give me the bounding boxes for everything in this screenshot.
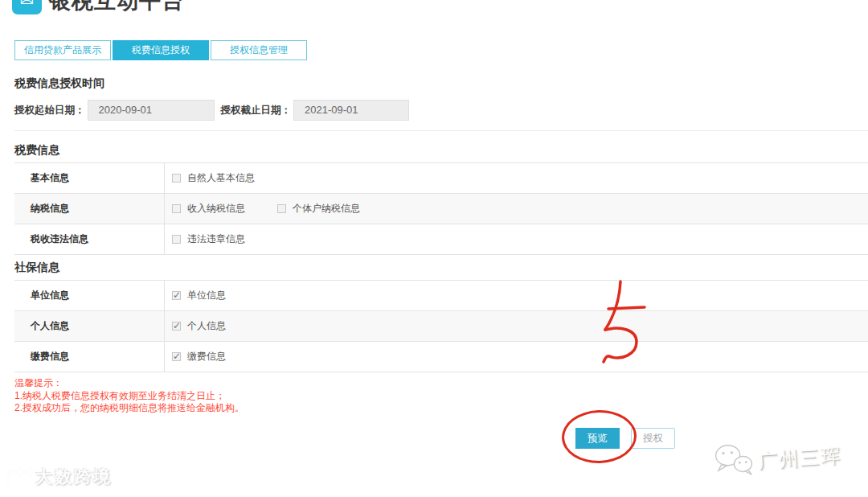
- table-row: 单位信息 单位信息: [14, 281, 868, 311]
- row-options: 收入纳税信息 个体户纳税信息: [165, 194, 392, 224]
- checkbox-option: 个体户纳税信息: [277, 202, 360, 216]
- tab-tax-info-authorization[interactable]: 税费信息授权: [113, 40, 209, 60]
- app-logo-icon: ✉: [12, 0, 42, 14]
- watermark-right-text: 广州三珲: [757, 442, 842, 474]
- section-title-auth-time: 税费信息授权时间: [14, 76, 104, 91]
- section-title-tax-info: 税费信息: [14, 143, 59, 158]
- watermark-right: 广州三珲: [711, 434, 843, 480]
- watermark-left: 大数跨境: [3, 465, 113, 489]
- watermark-left-text: 大数跨境: [35, 466, 113, 488]
- authorize-button[interactable]: 授权: [631, 428, 675, 449]
- row-options: 单位信息: [165, 281, 258, 310]
- checkbox-option: 违法违章信息: [172, 232, 245, 246]
- row-label: 个人信息: [14, 311, 165, 341]
- social-info-table: 单位信息 单位信息 个人信息 个人信息 缴费信息 缴费信息: [14, 280, 868, 372]
- checkbox-label: 单位信息: [187, 289, 226, 302]
- warm-tips: 温馨提示： 1.纳税人税费信息授权有效期至业务结清之日止； 2.授权成功后，您的…: [14, 377, 244, 415]
- row-options: 自然人基本信息: [165, 163, 287, 193]
- auth-date-row: 授权起始日期： 2020-09-01 授权截止日期： 2021-09-01: [14, 100, 409, 121]
- app-title: 银税互动平台: [49, 0, 184, 15]
- checkbox[interactable]: [172, 322, 181, 331]
- tips-line: 2.授权成功后，您的纳税明细信息将推送给金融机构。: [14, 402, 244, 415]
- checkbox[interactable]: [172, 291, 181, 300]
- checkbox[interactable]: [277, 204, 286, 213]
- checkbox-option: 个人信息: [172, 319, 226, 333]
- row-label: 纳税信息: [14, 194, 165, 224]
- row-label: 基本信息: [14, 163, 165, 193]
- checkbox[interactable]: [172, 235, 181, 244]
- table-row: 个人信息 个人信息: [14, 311, 868, 342]
- checkbox-label: 自然人基本信息: [187, 171, 255, 185]
- checkbox-option: 单位信息: [172, 289, 226, 302]
- end-date-label: 授权截止日期：: [221, 104, 292, 117]
- checkbox[interactable]: [172, 352, 181, 361]
- tab-credit-loan-products[interactable]: 信用贷款产品展示: [14, 40, 111, 60]
- checkbox-label: 违法违章信息: [187, 232, 245, 246]
- checkbox[interactable]: [172, 174, 181, 183]
- end-date-input[interactable]: 2021-09-01: [293, 100, 409, 121]
- checkbox[interactable]: [172, 204, 181, 213]
- row-label: 缴费信息: [14, 342, 165, 372]
- handwritten-5-annotation: [593, 277, 651, 368]
- tax-info-table: 基本信息 自然人基本信息 纳税信息 收入纳税信息 个体户纳税信息 税收违法信息: [14, 162, 868, 255]
- section-title-social-info: 社保信息: [14, 261, 59, 275]
- checkbox-option: 缴费信息: [172, 350, 226, 364]
- tab-authorization-management[interactable]: 授权信息管理: [211, 40, 307, 60]
- row-options: 个人信息: [165, 311, 258, 341]
- checkbox-label: 个人信息: [187, 319, 226, 333]
- tips-title: 温馨提示：: [14, 377, 244, 390]
- dashu-logo-icon: [3, 465, 35, 489]
- checkbox-option: 收入纳税信息: [172, 202, 245, 216]
- wechat-icon: [711, 441, 755, 481]
- row-label: 税收违法信息: [14, 224, 165, 254]
- checkbox-option: 自然人基本信息: [172, 171, 255, 185]
- checkbox-label: 个体户纳税信息: [293, 202, 360, 216]
- row-options: 违法违章信息: [165, 224, 277, 254]
- table-row: 基本信息 自然人基本信息: [14, 163, 868, 194]
- table-row: 缴费信息 缴费信息: [14, 342, 868, 372]
- section-divider: [14, 130, 868, 131]
- checkbox-label: 收入纳税信息: [187, 202, 245, 216]
- checkbox-label: 缴费信息: [187, 350, 226, 364]
- tips-line: 1.纳税人税费信息授权有效期至业务结清之日止；: [14, 390, 244, 403]
- red-circle-annotation: [561, 409, 637, 464]
- row-options: 缴费信息: [165, 342, 258, 372]
- start-date-label: 授权起始日期：: [14, 104, 85, 117]
- tab-bar: 信用贷款产品展示 税费信息授权 授权信息管理: [14, 40, 307, 60]
- row-label: 单位信息: [14, 281, 165, 310]
- start-date-input[interactable]: 2020-09-01: [88, 100, 215, 121]
- table-row: 税收违法信息 违法违章信息: [14, 224, 868, 255]
- table-row: 纳税信息 收入纳税信息 个体户纳税信息: [14, 194, 868, 224]
